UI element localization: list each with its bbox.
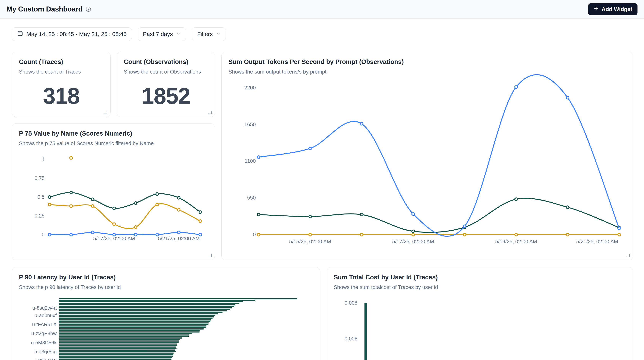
resize-handle[interactable] [626, 254, 630, 257]
widget-subtitle: Shows the count of Traces [19, 69, 104, 75]
resize-handle[interactable] [208, 111, 212, 114]
widget-subtitle: Shows the sum output tokens/s by prompt [228, 69, 626, 75]
date-range-picker[interactable]: May 14, 25 : 08:45 - May 21, 25 : 08:45 [12, 27, 132, 41]
svg-text:0: 0 [42, 232, 44, 237]
widget-p90-chart: P 90 Latency by User Id (Traces) Shows t… [12, 267, 320, 360]
widget-cost-chart: Sum Total Cost by User Id (Traces) Shows… [326, 267, 633, 360]
filter-row: May 14, 25 : 08:45 - May 21, 25 : 08:45 … [12, 27, 226, 41]
page-header: My Custom Dashboard Add Widget [0, 0, 644, 19]
widget-title: Count (Observations) [124, 58, 208, 66]
resize-handle[interactable] [104, 111, 107, 114]
widget-subtitle: Shows the p 75 value of Scores Numeric f… [19, 140, 208, 147]
widget-subtitle: Shows the count of Observations [124, 69, 208, 75]
svg-text:u-8sq2w4a: u-8sq2w4a [32, 305, 57, 311]
svg-text:0.008: 0.008 [344, 300, 358, 306]
info-icon[interactable] [86, 6, 91, 12]
cost-bar-chart[interactable]: 0.0080.006 [327, 267, 633, 360]
add-widget-label: Add Widget [602, 6, 632, 13]
svg-text:5/19/25, 02:00 AM: 5/19/25, 02:00 AM [495, 239, 537, 244]
svg-text:0.5: 0.5 [38, 194, 44, 200]
plus-icon [593, 6, 599, 13]
svg-text:2200: 2200 [244, 85, 256, 91]
svg-text:5/17/25, 02:00 AM: 5/17/25, 02:00 AM [392, 239, 434, 244]
resize-handle[interactable] [208, 254, 212, 257]
widget-title: P 90 Latency by User Id (Traces) [19, 274, 313, 281]
date-preset-value: Past 7 days [143, 31, 173, 37]
widget-title: Sum Total Cost by User Id (Traces) [334, 274, 626, 281]
svg-text:u-d3qr5cg: u-d3qr5cg [34, 349, 57, 354]
svg-text:5/15/25, 02:00 AM: 5/15/25, 02:00 AM [289, 239, 331, 244]
widget-title: Sum Output Tokens Per Second by Prompt (… [228, 58, 626, 66]
filters-label: Filters [197, 31, 213, 37]
widget-count-traces: Count (Traces) Shows the count of Traces… [12, 52, 110, 117]
widget-tokens-chart: Sum Output Tokens Per Second by Prompt (… [221, 52, 633, 260]
svg-text:u-8fVa9T3: u-8fVa9T3 [34, 358, 57, 360]
date-preset-select[interactable]: Past 7 days [138, 27, 186, 41]
svg-text:u-aobnuxf: u-aobnuxf [35, 313, 57, 318]
widget-subtitle: Shows the sum totalcost of Traces by use… [334, 284, 626, 290]
p90-bar-chart[interactable]: u-8sq2w4au-aobnuxfu-tFAR5TXu-zVqP3hwu-5M… [12, 267, 320, 360]
page-title: My Custom Dashboard [6, 5, 82, 13]
chevron-down-icon [216, 31, 221, 37]
svg-text:5/17/25, 02:00 AM: 5/17/25, 02:00 AM [93, 236, 135, 241]
svg-text:0.25: 0.25 [35, 213, 44, 219]
svg-text:5/21/25, 02:00 AM: 5/21/25, 02:00 AM [158, 236, 200, 241]
svg-text:5/21/25, 02:00 AM: 5/21/25, 02:00 AM [576, 239, 618, 244]
count-observations-value: 1852 [117, 75, 215, 117]
tokens-line-chart[interactable]: 05501100165022005/15/25, 02:00 AM5/17/25… [222, 52, 633, 260]
widget-title: Count (Traces) [19, 58, 104, 66]
svg-text:1: 1 [42, 156, 44, 162]
widget-p75-chart: P 75 Value by Name (Scores Numeric) Show… [12, 123, 215, 260]
svg-text:u-zVqP3hw: u-zVqP3hw [31, 331, 57, 336]
svg-text:u-tFAR5TX: u-tFAR5TX [32, 322, 57, 327]
widget-subtitle: Shows the p 90 latency of Traces by user… [19, 284, 313, 290]
chevron-down-icon [176, 31, 181, 37]
svg-text:1650: 1650 [244, 122, 256, 127]
svg-text:1100: 1100 [245, 158, 256, 164]
dashboard-page: My Custom Dashboard Add Widget [0, 0, 644, 360]
widget-count-observations: Count (Observations) Shows the count of … [117, 52, 215, 117]
svg-text:550: 550 [247, 195, 256, 201]
svg-text:0: 0 [253, 232, 256, 237]
date-range-value: May 14, 25 : 08:45 - May 21, 25 : 08:45 [26, 31, 127, 37]
svg-text:u-5M8D56k: u-5M8D56k [31, 340, 57, 345]
widget-title: P 75 Value by Name (Scores Numeric) [19, 130, 208, 137]
calendar-icon [17, 31, 23, 38]
count-traces-value: 318 [12, 75, 110, 117]
svg-text:0.006: 0.006 [344, 336, 358, 342]
add-widget-button[interactable]: Add Widget [588, 3, 638, 15]
svg-text:0.75: 0.75 [35, 175, 44, 181]
filters-button[interactable]: Filters [192, 27, 226, 41]
